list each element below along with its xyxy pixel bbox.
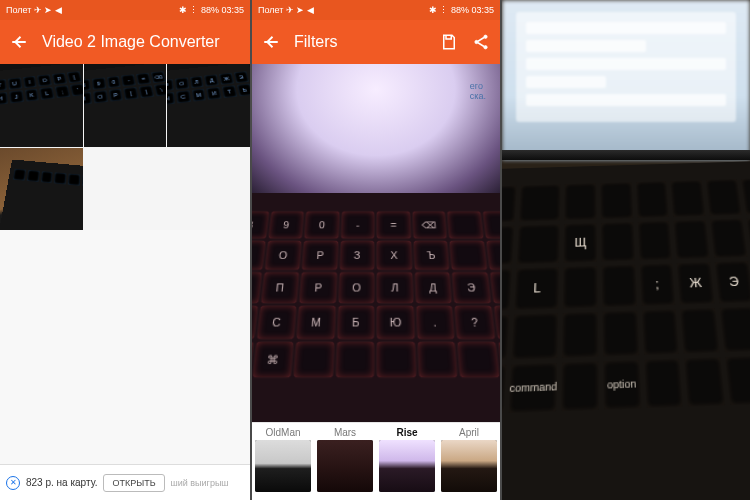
ad-close-icon[interactable]: ✕ (6, 476, 20, 490)
filter-mars[interactable]: Mars (314, 423, 376, 500)
screen-filters-editor: Полет ✈ ➤ ◀ ✱ ⋮ 88% 03:35 Filters его ск… (250, 0, 500, 500)
keycap (491, 272, 500, 302)
preview-keyboard: 890-=⌫РОРЗХЪАПРОЛДЭЧСМБЮ.?⌘ (252, 193, 500, 422)
keycap: - (341, 211, 374, 238)
keycap (681, 308, 720, 354)
filter-label: Mars (334, 427, 356, 438)
filter-rise[interactable]: Rise (376, 423, 438, 500)
keycap (601, 222, 635, 262)
keycap (638, 221, 673, 261)
keycap: Ч (252, 306, 257, 339)
keycap (636, 181, 670, 218)
keycap (562, 312, 598, 358)
filter-thumbnail (441, 440, 497, 492)
thumbnail[interactable]: YUIOP[HJKL;' (0, 64, 83, 147)
filter-april[interactable]: April (438, 423, 500, 500)
photo-laptop-bezel (502, 150, 750, 160)
keycap (600, 182, 633, 219)
filter-thumbnail (379, 440, 435, 492)
filter-strip[interactable]: OldManMarsRiseApril (252, 422, 500, 500)
keycap (483, 211, 500, 238)
keycap (563, 266, 598, 309)
keycap: П (261, 272, 299, 302)
keycap (502, 186, 517, 223)
keycap (458, 342, 499, 377)
keycap (378, 342, 416, 377)
keycap: О (265, 241, 302, 269)
keycap: 0 (305, 211, 339, 238)
status-right: ✱ ⋮ 88% 03:35 (429, 5, 494, 15)
keycap (602, 310, 639, 356)
image-preview[interactable]: его ска. 890-=⌫РОРЗХЪАПРОЛДЭЧСМБЮ.?⌘ (252, 64, 500, 422)
filter-thumbnail (255, 440, 311, 492)
keycap: Д (415, 272, 452, 302)
photo-keyboard: ЩКL;ЖЭ⌘commandoption (502, 161, 750, 500)
keycap: З (340, 241, 374, 269)
keycap (418, 342, 458, 377)
keycap: = (378, 211, 411, 238)
keycap: option (603, 360, 641, 410)
status-left: Полет ✈ ➤ ◀ (6, 5, 62, 15)
keycap (336, 342, 374, 377)
preview-screen-glow (252, 64, 500, 193)
keycap: О (339, 272, 375, 302)
keycap (487, 241, 500, 269)
keycap: ⌘ (502, 365, 506, 415)
keycap: ? (456, 306, 495, 339)
keycap (747, 217, 750, 256)
share-icon[interactable] (472, 33, 490, 51)
preview-blurred-text: его ска. (470, 82, 486, 102)
status-right: ✱ ⋮ 88% 03:35 (179, 5, 244, 15)
keycap: ⌘ (253, 342, 294, 377)
svg-point-0 (484, 35, 487, 38)
ad-tail-text: ший выигрыш (171, 478, 229, 488)
keycap (511, 313, 558, 360)
keycap: ; (640, 263, 676, 306)
ad-banner[interactable]: ✕ 823 р. на карту. ОТКРЫТЬ ший выигрыш (0, 464, 250, 500)
thumbnail[interactable]: 890-=⌫IOP[]\ (84, 64, 167, 147)
ad-open-button[interactable]: ОТКРЫТЬ (103, 474, 164, 492)
filter-label: April (459, 427, 479, 438)
filter-label: OldMan (265, 427, 300, 438)
keycap (642, 309, 680, 355)
status-bar: Полет ✈ ➤ ◀ ✱ ⋮ 88% 03:35 (252, 0, 500, 20)
keycap: . (417, 306, 455, 339)
keycap: Б (338, 306, 375, 339)
keycap (502, 226, 514, 266)
svg-point-1 (475, 40, 478, 43)
keycap (519, 184, 561, 221)
keycap: Л (378, 272, 414, 302)
keycap (602, 265, 637, 308)
filter-oldman[interactable]: OldMan (252, 423, 314, 500)
keycap: L (514, 267, 559, 310)
gallery-empty-area (0, 230, 250, 464)
thumbnail-grid: YUIOP[HJKL;' 890-=⌫IOP[]\ РОЛДЖЭЧСМИТЬ (0, 64, 250, 230)
filter-thumbnail (317, 440, 373, 492)
keycap: command (508, 363, 557, 413)
keycap (448, 211, 483, 238)
keycap: 8 (252, 211, 269, 238)
appbar: Filters (252, 20, 500, 64)
keycap: К (502, 269, 512, 312)
thumbnail[interactable] (0, 148, 83, 231)
keycap: Э (715, 261, 750, 303)
keycap (671, 180, 706, 217)
keycap: Ъ (414, 241, 449, 269)
keycap (741, 178, 750, 215)
keycap: С (257, 306, 296, 339)
back-arrow-icon[interactable] (262, 33, 280, 51)
back-arrow-icon[interactable] (10, 33, 28, 51)
keycap: 9 (269, 211, 304, 238)
thumbnail[interactable]: РОЛДЖЭЧСМИТЬ (167, 64, 250, 147)
appbar: Video 2 Image Converter (0, 20, 250, 64)
keycap: Щ (564, 223, 597, 263)
keycap (710, 219, 747, 259)
keycap: М (297, 306, 335, 339)
keycap: Х (378, 241, 412, 269)
save-icon[interactable] (440, 33, 458, 51)
svg-point-2 (484, 46, 487, 49)
keycap: Р (252, 241, 265, 269)
keycap: Ж (677, 262, 715, 305)
keycap (674, 220, 710, 260)
appbar-title: Video 2 Image Converter (42, 33, 240, 51)
